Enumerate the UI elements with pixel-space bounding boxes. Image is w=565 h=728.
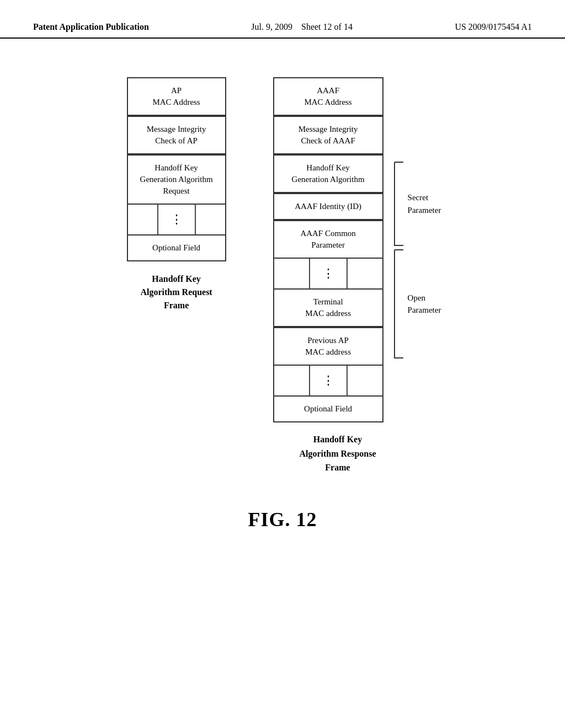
left-box-ap-mac: AP MAC Address <box>127 77 226 116</box>
secret-param-label: Secret Parameter <box>408 191 441 216</box>
secret-param-group: Secret Parameter <box>393 161 441 247</box>
open-param-group: Open Parameter <box>393 249 441 359</box>
right-box-aaaf-mac: AAAF MAC Address <box>273 77 383 116</box>
patent-number-label: US 2009/0175454 A1 <box>455 22 532 32</box>
right-dots2-inner: ⋮ <box>309 366 348 395</box>
sheet-label: Sheet 12 of 14 <box>301 22 353 31</box>
right-frame-area: AAAF MAC Address Message Integrity Check… <box>273 77 441 422</box>
right-box-aaaf-id: AAAF Identity (ID) <box>273 193 383 220</box>
open-param-label: Open Parameter <box>408 292 441 317</box>
left-frame-label: Handoff Key Algorithm Request Frame <box>140 272 212 312</box>
left-dots-outer: ⋮ <box>127 205 226 234</box>
brackets-area: Secret Parameter Open Parameter <box>393 77 441 359</box>
left-frame-column: AP MAC Address Message Integrity Check o… <box>124 77 229 422</box>
right-frame-boxes: AAAF MAC Address Message Integrity Check… <box>273 77 389 422</box>
date-label: Jul. 9, 2009 <box>251 22 292 31</box>
right-box-handoff-key-gen-alg: Handoff Key Generation Algorithm <box>273 154 383 193</box>
date-sheet-label: Jul. 9, 2009 Sheet 12 of 14 <box>251 22 353 32</box>
right-dots1-inner: ⋮ <box>309 259 348 288</box>
page-header: Patent Application Publication Jul. 9, 2… <box>0 0 565 39</box>
right-box-previous-ap-mac: Previous AP MAC address <box>273 327 383 366</box>
secret-bracket-svg <box>393 161 406 247</box>
open-bracket-svg <box>393 249 406 359</box>
left-dots-inner: ⋮ <box>157 205 196 234</box>
right-box-msg-integrity-aaaf: Message Integrity Check of AAAF <box>273 116 383 154</box>
right-dots2-outer: ⋮ <box>273 366 383 395</box>
right-frame-label-text: Handoff Key Algorithm Response Frame <box>110 432 565 475</box>
right-frame-label: Handoff Key Algorithm Response Frame <box>110 432 565 475</box>
left-box-optional: Optional Field <box>127 234 226 261</box>
right-box-optional: Optional Field <box>273 395 383 422</box>
figure-label: FIG. 12 <box>0 508 565 531</box>
left-box-handoff-key-gen: Handoff Key Generation Algorithm Request <box>127 154 226 205</box>
right-dots1-outer: ⋮ <box>273 259 383 288</box>
right-box-aaaf-common-param: AAAF Common Parameter <box>273 220 383 259</box>
right-box-terminal-mac: Terminal MAC address <box>273 288 383 327</box>
left-box-msg-integrity: Message Integrity Check of AP <box>127 116 226 154</box>
publication-label: Patent Application Publication <box>33 22 149 32</box>
